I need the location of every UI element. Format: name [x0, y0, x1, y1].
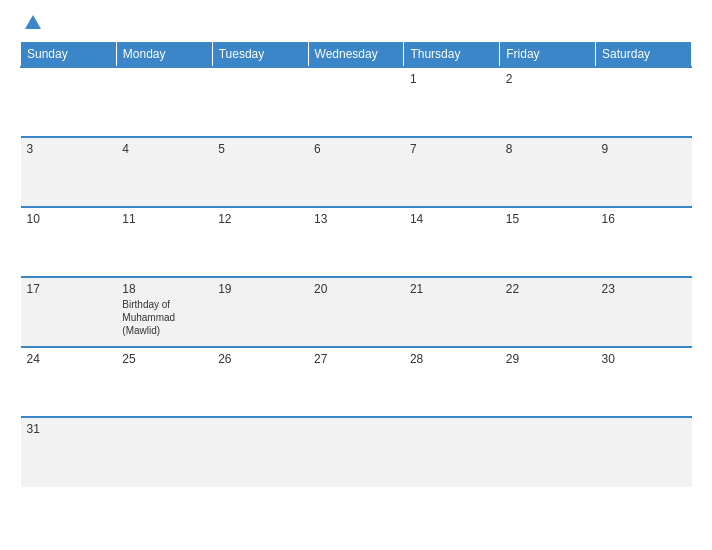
calendar-cell [308, 67, 404, 137]
header-saturday: Saturday [596, 42, 692, 68]
calendar-cell: 20 [308, 277, 404, 347]
calendar-cell: 19 [212, 277, 308, 347]
calendar-header [20, 15, 692, 31]
calendar-cell: 9 [596, 137, 692, 207]
day-number: 24 [27, 352, 111, 366]
day-number: 9 [602, 142, 686, 156]
day-number: 31 [27, 422, 111, 436]
calendar-cell: 23 [596, 277, 692, 347]
day-number: 25 [122, 352, 206, 366]
day-number: 22 [506, 282, 590, 296]
day-number: 29 [506, 352, 590, 366]
calendar-cell: 16 [596, 207, 692, 277]
day-number: 11 [122, 212, 206, 226]
calendar-week-row: 1718Birthday of Muhammad (Mawlid)1920212… [21, 277, 692, 347]
calendar-cell [500, 417, 596, 487]
calendar-cell: 29 [500, 347, 596, 417]
calendar-cell: 31 [21, 417, 117, 487]
day-number: 16 [602, 212, 686, 226]
calendar-cell [308, 417, 404, 487]
calendar-cell: 12 [212, 207, 308, 277]
day-number: 3 [27, 142, 111, 156]
day-number: 12 [218, 212, 302, 226]
day-number: 6 [314, 142, 398, 156]
day-number: 27 [314, 352, 398, 366]
calendar-cell [116, 67, 212, 137]
logo [20, 15, 41, 31]
day-number: 17 [27, 282, 111, 296]
header-monday: Monday [116, 42, 212, 68]
calendar-cell: 25 [116, 347, 212, 417]
calendar-cell: 7 [404, 137, 500, 207]
calendar-cell: 3 [21, 137, 117, 207]
day-number: 8 [506, 142, 590, 156]
calendar-cell [212, 417, 308, 487]
day-number: 28 [410, 352, 494, 366]
calendar-cell: 24 [21, 347, 117, 417]
calendar-cell [212, 67, 308, 137]
calendar-cell: 21 [404, 277, 500, 347]
calendar-cell: 10 [21, 207, 117, 277]
header-sunday: Sunday [21, 42, 117, 68]
calendar-week-row: 12 [21, 67, 692, 137]
day-number: 10 [27, 212, 111, 226]
calendar-cell: 30 [596, 347, 692, 417]
calendar-table: Sunday Monday Tuesday Wednesday Thursday… [20, 41, 692, 487]
day-number: 21 [410, 282, 494, 296]
day-number: 15 [506, 212, 590, 226]
calendar-cell: 11 [116, 207, 212, 277]
header-thursday: Thursday [404, 42, 500, 68]
day-number: 4 [122, 142, 206, 156]
header-tuesday: Tuesday [212, 42, 308, 68]
calendar-cell [596, 417, 692, 487]
day-number: 26 [218, 352, 302, 366]
calendar-week-row: 24252627282930 [21, 347, 692, 417]
day-number: 5 [218, 142, 302, 156]
calendar-cell: 6 [308, 137, 404, 207]
day-number: 30 [602, 352, 686, 366]
calendar-week-row: 10111213141516 [21, 207, 692, 277]
calendar-cell: 14 [404, 207, 500, 277]
day-number: 7 [410, 142, 494, 156]
calendar-week-row: 31 [21, 417, 692, 487]
day-number: 14 [410, 212, 494, 226]
calendar-cell: 15 [500, 207, 596, 277]
calendar-cell: 13 [308, 207, 404, 277]
day-number: 1 [410, 72, 494, 86]
day-number: 18 [122, 282, 206, 296]
calendar-cell: 1 [404, 67, 500, 137]
calendar-cell: 8 [500, 137, 596, 207]
day-number: 19 [218, 282, 302, 296]
calendar-cell: 22 [500, 277, 596, 347]
calendar-cell: 27 [308, 347, 404, 417]
calendar-cell [596, 67, 692, 137]
header-friday: Friday [500, 42, 596, 68]
day-number: 13 [314, 212, 398, 226]
calendar-cell [21, 67, 117, 137]
calendar-cell [116, 417, 212, 487]
logo-triangle-icon [25, 15, 41, 29]
calendar-cell: 5 [212, 137, 308, 207]
days-header-row: Sunday Monday Tuesday Wednesday Thursday… [21, 42, 692, 68]
calendar-cell: 26 [212, 347, 308, 417]
calendar-week-row: 3456789 [21, 137, 692, 207]
event-label: Birthday of Muhammad (Mawlid) [122, 298, 206, 337]
calendar-cell: 17 [21, 277, 117, 347]
calendar-cell: 4 [116, 137, 212, 207]
calendar-cell: 28 [404, 347, 500, 417]
calendar-cell [404, 417, 500, 487]
day-number: 23 [602, 282, 686, 296]
header-wednesday: Wednesday [308, 42, 404, 68]
day-number: 20 [314, 282, 398, 296]
day-number: 2 [506, 72, 590, 86]
calendar-cell: 18Birthday of Muhammad (Mawlid) [116, 277, 212, 347]
calendar-page: Sunday Monday Tuesday Wednesday Thursday… [0, 0, 712, 550]
calendar-cell: 2 [500, 67, 596, 137]
